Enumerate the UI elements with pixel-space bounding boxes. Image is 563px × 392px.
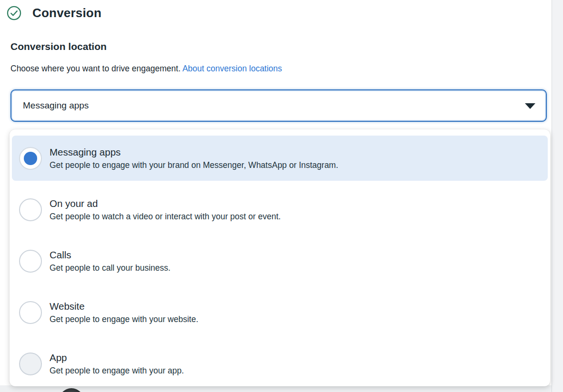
radio-button[interactable] (19, 198, 42, 221)
conversion-location-heading: Conversion location (10, 41, 107, 52)
option-title: Website (50, 301, 198, 312)
panel-right-border (552, 0, 563, 392)
conversion-location-description: Choose where you want to drive engagemen… (10, 64, 282, 74)
radio-button[interactable] (19, 353, 42, 375)
option-messaging-apps[interactable]: Messaging apps Get people to engage with… (12, 136, 548, 181)
option-text: Calls Get people to call your business. (50, 249, 171, 273)
option-text: Messaging apps Get people to engage with… (50, 147, 338, 170)
select-value: Messaging apps (11, 100, 89, 111)
option-description: Get people to call your business. (50, 263, 171, 273)
caret-down-icon (525, 103, 535, 109)
option-title: App (50, 352, 184, 363)
option-text: On your ad Get people to watch a video o… (50, 198, 281, 222)
description-text: Choose where you want to drive engagemen… (10, 64, 182, 73)
option-description: Get people to engage with your brand on … (50, 160, 338, 170)
option-description: Get people to engage with your app. (50, 366, 184, 376)
conversion-step-header: Conversion (7, 6, 101, 20)
option-text: Website Get people to engage with your w… (50, 301, 198, 324)
conversion-location-dropdown: Messaging apps Get people to engage with… (10, 129, 550, 386)
option-on-your-ad[interactable]: On your ad Get people to watch a video o… (12, 187, 548, 232)
conversion-location-select[interactable]: Messaging apps (10, 89, 547, 122)
option-description: Get people to watch a video or interact … (50, 212, 281, 222)
option-text: App Get people to engage with your app. (50, 352, 184, 376)
option-description: Get people to engage with your website. (50, 314, 198, 324)
page-background-strip (0, 385, 552, 392)
option-title: Messaging apps (50, 147, 338, 158)
radio-button[interactable] (19, 301, 42, 324)
radio-dot (24, 152, 37, 165)
check-circle-icon (7, 6, 21, 20)
radio-button[interactable] (19, 250, 42, 273)
option-title: On your ad (50, 198, 281, 209)
option-calls[interactable]: Calls Get people to call your business. (12, 238, 548, 284)
about-conversion-locations-link[interactable]: About conversion locations (182, 64, 282, 73)
option-website[interactable]: Website Get people to engage with your w… (12, 290, 548, 335)
option-app[interactable]: App Get people to engage with your app. (12, 341, 548, 386)
page-title: Conversion (32, 6, 101, 20)
radio-button-selected[interactable] (19, 147, 42, 170)
option-title: Calls (50, 249, 171, 261)
